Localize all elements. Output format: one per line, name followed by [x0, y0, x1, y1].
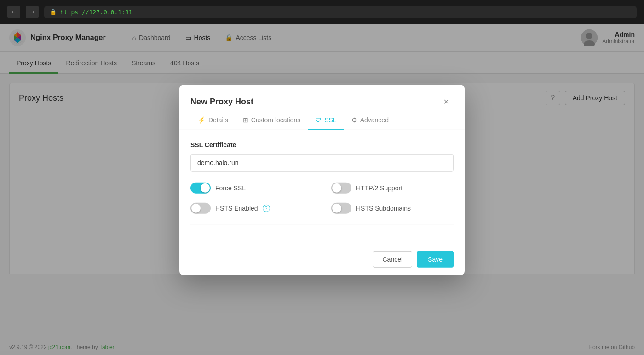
tab-ssl-label: SSL	[324, 116, 336, 124]
http2-support-label: HTTP/2 Support	[356, 184, 402, 192]
browser-chrome: ← → 🔒 https://127.0.0.1:81	[0, 0, 644, 24]
tab-ssl[interactable]: 🛡 SSL	[308, 111, 344, 130]
modal-header: New Proxy Host ×	[179, 85, 465, 109]
hsts-enabled-label: HSTS Enabled	[215, 205, 258, 212]
tab-custom-locations-label: Custom locations	[251, 116, 300, 124]
modal-body: SSL Certificate Force SSL	[179, 130, 465, 244]
lock-icon: 🔒	[50, 9, 57, 15]
new-proxy-host-modal: New Proxy Host × ⚡ Details ⊞ Custom loca…	[179, 85, 465, 275]
force-ssl-toggle[interactable]	[190, 183, 211, 194]
tab-details[interactable]: ⚡ Details	[190, 111, 236, 130]
cancel-button[interactable]: Cancel	[373, 251, 412, 268]
tab-advanced[interactable]: ⚙ Advanced	[344, 111, 396, 130]
address-bar: 🔒 https://127.0.0.1:81	[44, 6, 637, 18]
http2-support-toggle[interactable]	[331, 183, 351, 194]
save-button[interactable]: Save	[417, 251, 454, 268]
hsts-subdomains-label: HSTS Subdomains	[356, 205, 411, 212]
details-icon: ⚡	[198, 116, 206, 124]
hsts-enabled-toggle[interactable]	[190, 203, 211, 214]
hsts-subdomains-toggle[interactable]	[331, 203, 351, 214]
ssl-section-title: SSL Certificate	[190, 141, 454, 149]
force-ssl-label: Force SSL	[215, 184, 246, 192]
tab-advanced-label: Advanced	[360, 116, 389, 124]
app-container: Nginx Proxy Manager ⌂ Dashboard ▭ Hosts …	[0, 24, 644, 355]
back-button[interactable]: ←	[7, 6, 20, 18]
custom-locations-icon: ⊞	[243, 116, 248, 124]
tab-custom-locations[interactable]: ⊞ Custom locations	[236, 111, 308, 130]
gear-icon: ⚙	[351, 116, 357, 124]
force-ssl-row: Force SSL	[190, 183, 313, 194]
url-text: https://127.0.0.1:81	[60, 9, 132, 16]
toggles-grid: Force SSL HTTP/2 Support	[190, 183, 454, 214]
modal-close-button[interactable]: ×	[439, 94, 454, 109]
tab-details-label: Details	[208, 116, 228, 124]
modal-footer: Cancel Save	[179, 244, 465, 275]
ssl-certificate-input[interactable]	[190, 154, 454, 172]
http2-support-row: HTTP/2 Support	[331, 183, 454, 194]
modal-title: New Proxy Host	[190, 97, 253, 106]
modal-divider	[190, 225, 454, 225]
hsts-enabled-row: HSTS Enabled ?	[190, 203, 313, 214]
forward-button[interactable]: →	[26, 6, 39, 18]
modal-tabs: ⚡ Details ⊞ Custom locations 🛡 SSL ⚙ Adv…	[179, 111, 465, 130]
ssl-icon: 🛡	[315, 116, 322, 124]
hsts-subdomains-row: HSTS Subdomains	[331, 203, 454, 214]
hsts-help-icon[interactable]: ?	[263, 205, 270, 212]
